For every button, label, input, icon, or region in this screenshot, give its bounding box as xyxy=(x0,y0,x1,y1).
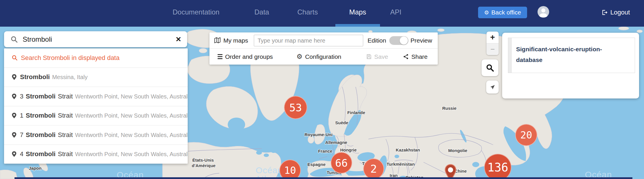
result-row[interactable]: 1StromboliStraitWentworth Point, New Sou… xyxy=(4,106,188,125)
toolbar-row-top: My maps Edition Preview xyxy=(209,32,438,48)
zoom-control: + − xyxy=(486,32,499,55)
map-search-button[interactable] xyxy=(482,59,498,76)
map-icon xyxy=(214,37,221,44)
cluster-marker[interactable]: 20 xyxy=(515,124,537,146)
cluster-marker[interactable]: 53 xyxy=(284,96,307,119)
result-prefix: 1 xyxy=(20,112,23,119)
geo-search-box: ✕ xyxy=(4,31,187,47)
result-prefix: 7 xyxy=(20,131,23,139)
map-label-russie: Russie xyxy=(442,106,456,111)
nav-item-maps[interactable]: Maps xyxy=(335,0,380,24)
user-icon xyxy=(538,6,549,18)
logout-label: Logout xyxy=(610,9,630,16)
result-prefix: 4 xyxy=(20,150,23,158)
drag-handle[interactable] xyxy=(508,38,512,73)
result-row[interactable]: 3StromboliStraitWentworth Point, New Sou… xyxy=(4,87,188,106)
result-row[interactable]: 4StromboliStraitWentworth Point, New Sou… xyxy=(4,145,188,164)
configuration-button[interactable]: ⚙ Configuration xyxy=(296,49,341,65)
result-location: Wentworth Point, New South Wales, Austra… xyxy=(75,112,188,119)
map-label-espagne: Espagne xyxy=(307,162,326,167)
search-in-data-row[interactable]: Search Stromboli in displayed data xyxy=(4,48,188,67)
search-input[interactable] xyxy=(22,35,170,44)
search-icon xyxy=(486,63,494,72)
avatar[interactable] xyxy=(538,6,549,18)
cluster-count: 66 xyxy=(335,157,348,169)
cluster-marker[interactable]: 66 xyxy=(331,152,352,173)
search-icon xyxy=(12,55,18,61)
search-results-dropdown: Search Stromboli in displayed data Strom… xyxy=(4,48,188,164)
map-label-france: France xyxy=(318,149,332,154)
nav-item-api[interactable]: API xyxy=(390,0,401,24)
map-label-hongrie: Hongrie xyxy=(340,147,357,152)
configuration-label: Configuration xyxy=(305,53,341,60)
locate-button[interactable] xyxy=(486,81,499,94)
pin-icon xyxy=(444,164,457,179)
zoom-out-button[interactable]: − xyxy=(486,43,499,55)
top-navbar: Documentation Data Charts Maps API ⚙ Bac… xyxy=(0,0,644,27)
result-suffix: Strait xyxy=(58,150,73,158)
result-location: Wentworth Point, New South Wales, Austra… xyxy=(75,93,188,100)
cluster-marker[interactable]: 2 xyxy=(363,158,384,179)
map-label-etats-unis: États-Unis xyxy=(192,158,214,162)
clear-search-icon[interactable]: ✕ xyxy=(176,35,181,43)
map-label-finlande: Finlande xyxy=(347,110,365,115)
navigation-arrow-icon xyxy=(490,84,495,90)
save-button[interactable]: Save xyxy=(366,49,388,65)
order-and-groups-button[interactable]: Order and groups xyxy=(218,49,273,65)
result-location: Wentworth Point, New South Wales, Austra… xyxy=(75,151,188,158)
my-maps-label: My maps xyxy=(223,37,248,44)
map-label-royaume-uni: Royaume-Uni xyxy=(305,132,333,137)
bottom-bar xyxy=(15,177,632,179)
back-office-label: Back office xyxy=(491,9,521,16)
map-label-suede: Suède xyxy=(335,120,348,125)
pin-icon xyxy=(12,74,17,80)
save-label: Save xyxy=(374,53,388,60)
search-icon xyxy=(10,36,18,43)
pin-icon xyxy=(12,112,17,119)
result-row[interactable]: 7StromboliStraitWentworth Point, New Sou… xyxy=(4,125,188,145)
map-label-kazakhstan: Kazakhstan xyxy=(396,147,420,152)
logout-button[interactable]: Logout xyxy=(601,8,630,17)
pin-icon xyxy=(12,151,17,157)
toggle-knob xyxy=(400,36,408,45)
preview-label: Preview xyxy=(410,32,432,48)
list-icon xyxy=(218,54,222,59)
maps-app: Océan Océan Océan Atlantique Russie Finl… xyxy=(0,0,644,179)
result-suffix: Strait xyxy=(58,112,73,119)
result-name: Stromboli xyxy=(26,112,56,119)
zoom-in-button[interactable]: + xyxy=(486,32,499,43)
pin-icon xyxy=(12,93,17,100)
nav-item-charts[interactable]: Charts xyxy=(297,0,318,24)
edition-label: Edition xyxy=(368,32,386,48)
layer-card[interactable]: Significant-volcanic-eruption-database xyxy=(508,38,635,73)
toolbar-row-bottom: Order and groups ⚙ Configuration Save xyxy=(209,49,438,65)
nav-item-data[interactable]: Data xyxy=(254,0,269,24)
edition-preview-toggle[interactable] xyxy=(389,36,408,45)
map-name-input[interactable] xyxy=(254,35,363,46)
active-tab-underline xyxy=(335,24,380,27)
result-location: Messina, Italy xyxy=(52,74,88,81)
result-name: Stromboli xyxy=(26,150,56,158)
cluster-count: 10 xyxy=(284,165,296,176)
share-button[interactable]: Share xyxy=(403,49,428,65)
layers-panel: Significant-volcanic-eruption-database xyxy=(502,33,639,98)
order-and-groups-label: Order and groups xyxy=(225,53,273,60)
map-label-damerique: d'Amérique xyxy=(192,163,216,168)
result-name: Stromboli xyxy=(26,93,56,100)
map-pin[interactable] xyxy=(444,164,457,179)
nav-item-documentation[interactable]: Documentation xyxy=(173,0,219,24)
layer-title: Significant-volcanic-eruption-database xyxy=(516,44,623,65)
save-icon xyxy=(366,54,372,59)
cluster-marker[interactable]: 10 xyxy=(279,160,301,179)
cluster-count: 20 xyxy=(520,129,532,141)
share-label: Share xyxy=(411,53,428,60)
back-office-button[interactable]: ⚙ Back office xyxy=(478,7,527,18)
result-row[interactable]: StromboliMessina, Italy xyxy=(4,67,188,87)
logout-icon xyxy=(601,9,608,16)
cluster-count: 2 xyxy=(370,162,377,175)
result-suffix: Strait xyxy=(58,93,73,100)
result-name: Stromboli xyxy=(20,73,50,81)
result-prefix: 3 xyxy=(20,93,23,100)
my-maps-button[interactable]: My maps xyxy=(214,32,248,48)
cluster-marker[interactable]: 136 xyxy=(484,154,511,179)
